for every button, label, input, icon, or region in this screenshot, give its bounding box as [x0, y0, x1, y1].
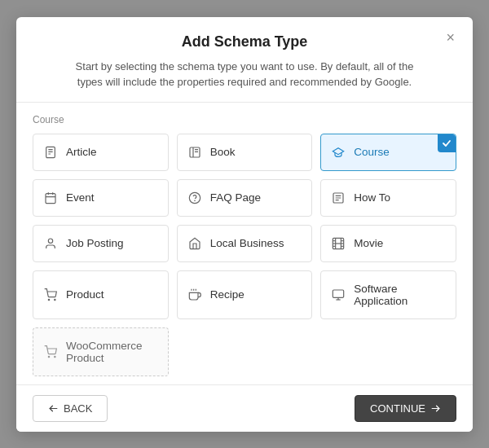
modal-body: Course Article Book [16, 103, 473, 384]
svg-rect-8 [46, 193, 55, 203]
how-to-icon [331, 191, 346, 204]
faq-icon [187, 191, 202, 204]
modal-footer: BACK CONTINUE [16, 384, 473, 432]
faq-label: FAQ Page [210, 191, 261, 204]
course-label: Course [354, 146, 390, 158]
schema-item-local-business[interactable]: Local Business [177, 225, 313, 262]
schema-item-woocommerce[interactable]: WooCommerce Product [33, 327, 169, 376]
schema-item-movie[interactable]: Movie [320, 225, 456, 262]
schema-item-job-posting[interactable]: Job Posting [33, 225, 169, 262]
woocommerce-icon [43, 345, 58, 358]
book-icon [187, 146, 202, 159]
software-application-label: Software Application [354, 283, 446, 307]
continue-button[interactable]: CONTINUE [355, 395, 456, 422]
job-posting-icon [43, 237, 58, 250]
svg-rect-4 [190, 147, 200, 157]
svg-rect-0 [46, 147, 55, 157]
movie-label: Movie [354, 237, 383, 249]
section-label: Course [33, 114, 456, 125]
event-label: Event [66, 191, 95, 204]
movie-icon [331, 237, 346, 250]
back-button[interactable]: BACK [33, 395, 108, 422]
modal-header: Add Schema Type Start by selecting the s… [16, 17, 473, 102]
product-label: Product [66, 288, 104, 301]
event-icon [43, 191, 58, 204]
svg-point-18 [48, 239, 52, 243]
schema-item-how-to[interactable]: How To [320, 179, 456, 217]
course-icon [331, 146, 346, 159]
svg-point-12 [189, 192, 200, 203]
schema-item-event[interactable]: Event [33, 179, 169, 217]
svg-point-35 [48, 356, 49, 357]
schema-item-faq[interactable]: FAQ Page [177, 179, 313, 217]
schema-item-software-application[interactable]: Software Application [320, 270, 456, 319]
product-icon [43, 288, 58, 301]
modal-title: Add Schema Type [36, 33, 453, 51]
svg-point-36 [55, 356, 55, 357]
article-label: Article [66, 146, 97, 158]
schema-item-recipe[interactable]: Recipe [177, 270, 313, 319]
schema-item-book[interactable]: Book [177, 134, 313, 171]
job-posting-label: Job Posting [66, 237, 124, 249]
svg-point-27 [48, 299, 49, 300]
software-application-icon [331, 288, 346, 301]
how-to-label: How To [354, 191, 390, 204]
book-label: Book [210, 146, 236, 158]
modal-overlay: Add Schema Type Start by selecting the s… [0, 0, 489, 448]
continue-label: CONTINUE [370, 402, 425, 415]
selected-badge [438, 134, 456, 152]
back-label: BACK [64, 402, 92, 415]
woocommerce-label: WooCommerce Product [66, 340, 158, 364]
modal-description: Start by selecting the schema type you w… [65, 59, 424, 90]
schema-item-product[interactable]: Product [33, 270, 169, 319]
svg-point-28 [55, 299, 55, 300]
recipe-icon [187, 288, 202, 301]
close-button[interactable]: × [441, 29, 460, 46]
article-icon [43, 146, 58, 159]
schema-item-article[interactable]: Article [33, 134, 169, 171]
local-business-icon [187, 237, 202, 250]
schema-item-course[interactable]: Course [320, 134, 456, 171]
schema-grid: Article Book Course [33, 134, 456, 319]
svg-rect-32 [333, 290, 344, 297]
modal-dialog: Add Schema Type Start by selecting the s… [16, 17, 473, 432]
local-business-label: Local Business [210, 237, 284, 249]
recipe-label: Recipe [210, 288, 244, 301]
